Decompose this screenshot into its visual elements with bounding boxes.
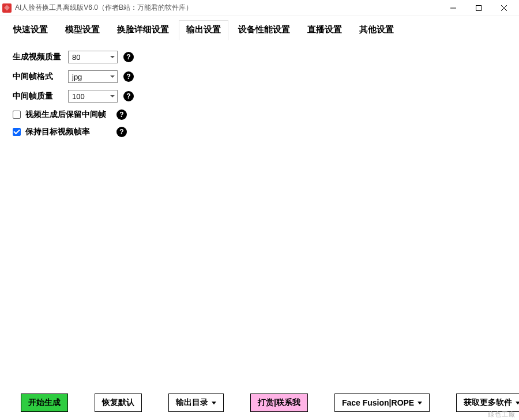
tab-other-settings[interactable]: 其他设置 — [352, 20, 401, 40]
frame-quality-label: 中间帧质量 — [13, 91, 62, 101]
output-settings-panel: 生成视频质量 80 ? 中间帧格式 jpg ? 中间帧质量 100 ? 视频生成… — [0, 40, 519, 154]
keep-frames-checkbox[interactable] — [13, 111, 21, 119]
watermark: 綠色工廠 — [488, 410, 516, 419]
video-quality-value: 80 — [72, 53, 80, 62]
frame-format-label: 中间帧格式 — [13, 71, 62, 82]
reset-defaults-button[interactable]: 恢复默认 — [95, 393, 142, 412]
more-software-label: 获取更多软件 — [464, 398, 512, 408]
help-icon[interactable]: ? — [123, 71, 134, 82]
chevron-down-icon — [110, 95, 115, 97]
face-fusion-rope-button[interactable]: Face Fusion|ROPE — [334, 393, 430, 412]
help-icon[interactable]: ? — [116, 109, 127, 120]
tab-swap-detail-settings[interactable]: 换脸详细设置 — [110, 20, 176, 40]
tabs: 快速设置 模型设置 换脸详细设置 输出设置 设备性能设置 直播设置 其他设置 — [0, 16, 519, 40]
keep-fps-label: 保持目标视频帧率 — [25, 127, 112, 137]
dropdown-caret-icon — [516, 402, 519, 404]
chevron-down-icon — [110, 75, 115, 78]
bottom-toolbar: 开始生成 恢复默认 输出目录 打赏|联系我 Face Fusion|ROPE 获… — [0, 393, 519, 412]
output-dir-label: 输出目录 — [176, 398, 208, 408]
more-software-button[interactable]: 获取更多软件 — [456, 393, 519, 412]
frame-format-value: jpg — [72, 73, 82, 81]
dropdown-caret-icon — [212, 402, 216, 404]
video-quality-select[interactable]: 80 — [68, 51, 118, 63]
tab-live-settings[interactable]: 直播设置 — [300, 20, 349, 40]
dropdown-caret-icon — [418, 402, 422, 404]
keep-fps-checkbox[interactable] — [13, 128, 21, 136]
keep-frames-label: 视频生成后保留中间帧 — [25, 109, 112, 120]
help-icon[interactable]: ? — [123, 91, 134, 101]
tab-model-settings[interactable]: 模型设置 — [58, 20, 107, 40]
tab-device-perf-settings[interactable]: 设备性能设置 — [231, 20, 298, 40]
tab-quick-settings[interactable]: 快速设置 — [6, 20, 55, 40]
help-icon[interactable]: ? — [123, 52, 134, 62]
app-icon — [2, 3, 12, 13]
donate-contact-button[interactable]: 打赏|联系我 — [250, 393, 308, 412]
face-fusion-rope-label: Face Fusion|ROPE — [342, 398, 414, 407]
tab-output-settings[interactable]: 输出设置 — [179, 20, 228, 40]
titlebar: AI人脸替换工具离线版V6.0（作者B站：万能君的软件库） — [0, 0, 519, 16]
frame-quality-value: 100 — [72, 92, 85, 101]
chevron-down-icon — [110, 56, 115, 58]
svg-rect-1 — [476, 5, 482, 10]
output-dir-button[interactable]: 输出目录 — [168, 393, 224, 412]
minimize-button[interactable] — [441, 0, 466, 16]
frame-format-select[interactable]: jpg — [68, 70, 118, 83]
frame-quality-select[interactable]: 100 — [68, 90, 118, 103]
start-generate-button[interactable]: 开始生成 — [21, 393, 68, 412]
close-button[interactable] — [491, 0, 517, 16]
video-quality-label: 生成视频质量 — [13, 52, 62, 62]
help-icon[interactable]: ? — [116, 127, 127, 137]
maximize-button[interactable] — [466, 0, 491, 16]
window-title: AI人脸替换工具离线版V6.0（作者B站：万能君的软件库） — [15, 3, 193, 13]
